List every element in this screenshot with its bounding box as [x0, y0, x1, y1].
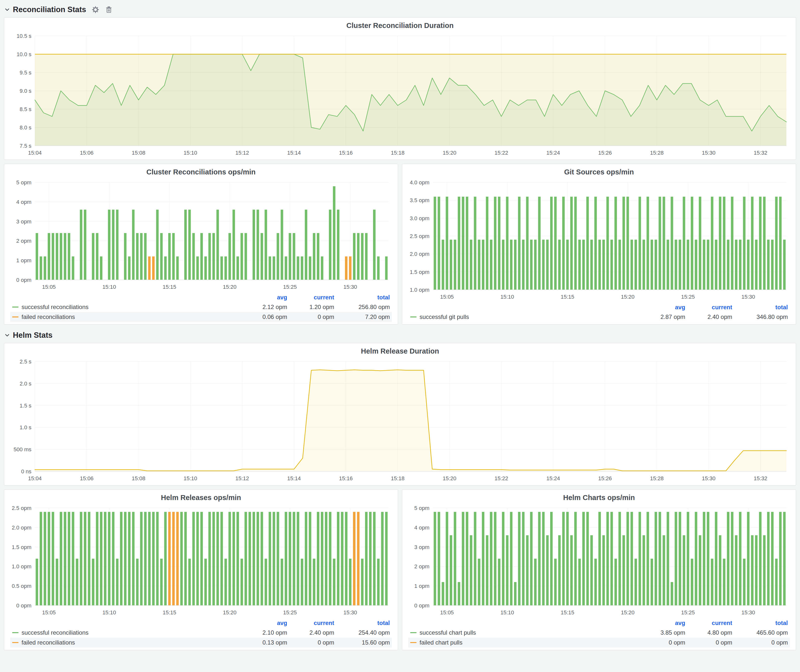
legend-header-current[interactable]: current	[685, 304, 732, 311]
chart-git-sources-opm[interactable]: 1.0 opm1.5 opm2.0 opm2.5 opm3.0 opm3.5 o…	[406, 178, 792, 302]
series-color-marker	[12, 632, 19, 633]
legend-series-label[interactable]: successful git pulls	[410, 314, 638, 320]
legend-header-avg[interactable]: avg	[638, 304, 685, 311]
legend-header-row: avgcurrenttotal	[408, 302, 790, 312]
panel-title[interactable]: Helm Charts ops/min	[406, 492, 792, 504]
svg-text:15:18: 15:18	[391, 475, 405, 482]
svg-text:2 opm: 2 opm	[414, 563, 429, 570]
svg-text:15:10: 15:10	[184, 150, 197, 156]
svg-text:15:28: 15:28	[650, 150, 664, 156]
legend-avg-value: 0.06 opm	[240, 314, 287, 320]
legend-series-label[interactable]: successful chart pulls	[410, 629, 638, 636]
panel-title[interactable]: Git Sources ops/min	[406, 166, 792, 178]
legend-current-value: 0 opm	[287, 314, 334, 320]
section-toggle-helm-stats[interactable]: Helm Stats	[4, 331, 53, 340]
legend-total-value: 7.20 opm	[334, 314, 390, 320]
panel-title[interactable]: Cluster Reconciliation Duration	[8, 20, 792, 32]
svg-text:15:08: 15:08	[132, 150, 146, 156]
svg-text:15:08: 15:08	[132, 475, 146, 482]
svg-text:15:10: 15:10	[102, 610, 116, 616]
panel-helm-releases-opm: Helm Releases ops/min 0 opm0.5 opm1.0 op…	[4, 490, 398, 650]
chart-helm-releases-opm[interactable]: 0 opm0.5 opm1.0 opm1.5 opm2.0 opm2.5 opm…	[8, 504, 394, 617]
svg-text:15:22: 15:22	[494, 150, 508, 156]
svg-text:2.0 opm: 2.0 opm	[12, 525, 32, 531]
svg-text:10.5 s: 10.5 s	[17, 33, 31, 39]
svg-text:15:12: 15:12	[235, 150, 249, 156]
legend-header-total[interactable]: total	[732, 304, 788, 311]
legend-header-current[interactable]: current	[685, 619, 732, 626]
section-toggle-reconciliation-stats[interactable]: Reconciliation Stats	[4, 5, 86, 14]
svg-text:15:06: 15:06	[80, 475, 93, 482]
svg-text:15:14: 15:14	[287, 475, 301, 482]
chart-helm-charts-opm[interactable]: 0 opm1 opm2 opm3 opm4 opm5 opm15:0515:10…	[406, 504, 792, 617]
panel-helm-charts-opm: Helm Charts ops/min 0 opm1 opm2 opm3 opm…	[402, 490, 796, 650]
legend-header-current[interactable]: current	[287, 619, 334, 626]
section-header-helm-stats: Helm Stats	[4, 328, 796, 342]
svg-text:15:10: 15:10	[501, 294, 514, 300]
chart-cluster-reconciliation-duration[interactable]: 7.5 s8.0 s8.5 s9.0 s9.5 s10.0 s10.5 s15:…	[8, 32, 792, 158]
legend-series-label[interactable]: successful reconciliations	[12, 629, 240, 636]
legend-total-value: 15.60 opm	[334, 639, 390, 646]
panel-helm-release-duration: Helm Release Duration 0 ns500 ms1.0 s1.5…	[4, 343, 796, 485]
legend-series-label[interactable]: failed reconciliations	[12, 314, 240, 320]
svg-text:15:22: 15:22	[494, 475, 508, 482]
legend-current-value: 1.20 opm	[287, 304, 334, 310]
legend-row: failed reconciliations0.06 opm0 opm7.20 …	[10, 312, 392, 322]
legend-header-avg[interactable]: avg	[240, 294, 287, 301]
legend-total-value: 256.80 opm	[334, 304, 390, 310]
panel-title[interactable]: Helm Releases ops/min	[8, 492, 394, 504]
svg-text:4 opm: 4 opm	[414, 525, 429, 531]
legend-header-avg[interactable]: avg	[240, 619, 287, 626]
legend-current-value: 0 opm	[287, 639, 334, 646]
svg-text:15:20: 15:20	[443, 150, 456, 156]
legend-cluster-reconciliations: avgcurrenttotalsuccessful reconciliation…	[8, 292, 394, 322]
svg-text:15:25: 15:25	[283, 284, 297, 290]
svg-text:0 opm: 0 opm	[16, 602, 31, 609]
svg-text:15:32: 15:32	[754, 475, 767, 482]
svg-text:15:30: 15:30	[343, 610, 357, 616]
trash-icon[interactable]	[105, 6, 113, 14]
svg-text:3 opm: 3 opm	[16, 218, 31, 225]
legend-git-sources: avgcurrenttotalsuccessful git pulls2.87 …	[406, 302, 792, 322]
legend-series-label[interactable]: failed chart pulls	[410, 639, 638, 646]
svg-text:10.0 s: 10.0 s	[17, 51, 31, 58]
svg-text:15:05: 15:05	[42, 610, 56, 616]
chart-cluster-reconciliations-opm[interactable]: 0 opm1 opm2 opm3 opm4 opm5 opm15:0515:10…	[8, 178, 394, 292]
legend-avg-value: 2.10 opm	[240, 629, 287, 636]
svg-text:15:26: 15:26	[598, 150, 612, 156]
legend-row: failed chart pulls0 opm0 opm0 opm	[408, 638, 790, 648]
legend-header-total[interactable]: total	[732, 619, 788, 626]
svg-text:15:30: 15:30	[702, 475, 715, 482]
series-color-marker	[410, 642, 417, 643]
svg-text:15:14: 15:14	[287, 150, 301, 156]
svg-text:1 opm: 1 opm	[414, 583, 429, 589]
panel-title[interactable]: Cluster Reconciliations ops/min	[8, 166, 394, 178]
svg-text:3 opm: 3 opm	[414, 544, 429, 550]
chart-helm-release-duration[interactable]: 0 ns500 ms1.0 s1.5 s2.0 s2.5 s15:0415:06…	[8, 358, 792, 483]
svg-text:15:06: 15:06	[80, 150, 93, 156]
svg-text:15:24: 15:24	[546, 475, 560, 482]
legend-header-total[interactable]: total	[334, 619, 390, 626]
svg-text:4 opm: 4 opm	[16, 199, 31, 205]
svg-text:0 ns: 0 ns	[21, 468, 31, 475]
svg-text:2.5 opm: 2.5 opm	[410, 233, 430, 239]
svg-text:0 opm: 0 opm	[16, 277, 31, 283]
svg-text:15:04: 15:04	[28, 150, 42, 156]
svg-text:2 opm: 2 opm	[16, 238, 31, 244]
panel-cluster-reconciliations-opm: Cluster Reconciliations ops/min 0 opm1 o…	[4, 164, 398, 325]
svg-text:3.0 opm: 3.0 opm	[410, 215, 430, 221]
legend-series-label[interactable]: successful reconciliations	[12, 304, 240, 310]
legend-header-current[interactable]: current	[287, 294, 334, 301]
legend-header-avg[interactable]: avg	[638, 619, 685, 626]
panel-title[interactable]: Helm Release Duration	[8, 346, 792, 358]
svg-text:5 opm: 5 opm	[414, 505, 429, 511]
legend-header-total[interactable]: total	[334, 294, 390, 301]
gear-icon[interactable]	[91, 6, 99, 14]
chevron-down-icon	[4, 6, 10, 13]
legend-series-label[interactable]: failed reconciliations	[12, 639, 240, 646]
legend-header-row: avgcurrenttotal	[10, 618, 392, 628]
svg-text:1.5 opm: 1.5 opm	[410, 269, 430, 275]
svg-text:15:10: 15:10	[501, 610, 514, 616]
svg-text:3.5 opm: 3.5 opm	[410, 197, 430, 203]
svg-text:15:20: 15:20	[223, 610, 237, 616]
